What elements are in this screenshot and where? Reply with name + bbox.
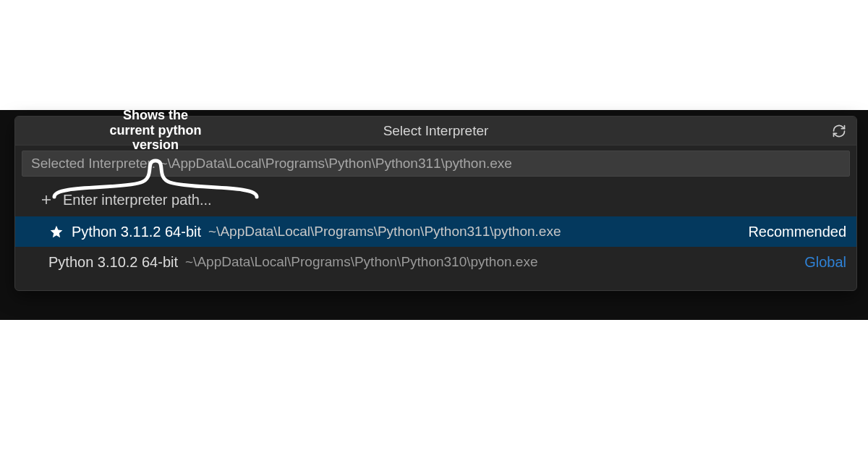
enter-interpreter-path-option[interactable]: Enter interpreter path... (15, 183, 856, 216)
interpreter-name: Python 3.11.2 64-bit (72, 224, 201, 240)
footer-pad (15, 277, 856, 290)
star-icon (48, 224, 64, 240)
refresh-button[interactable] (829, 121, 849, 141)
interpreter-option-0[interactable]: Python 3.11.2 64-bit ~\AppData\Local\Pro… (15, 216, 856, 247)
plus-icon (40, 193, 53, 206)
interpreter-tag: Recommended (748, 224, 846, 240)
palette-header: Select Interpreter (15, 117, 856, 145)
input-row (15, 145, 856, 183)
option-list: Enter interpreter path... Python 3.11.2 … (15, 183, 856, 290)
interpreter-path: ~\AppData\Local\Programs\Python\Python31… (185, 254, 796, 270)
refresh-icon (832, 124, 846, 138)
interpreter-option-1[interactable]: Python 3.10.2 64-bit ~\AppData\Local\Pro… (15, 247, 856, 277)
command-palette: Select Interpreter (14, 116, 857, 291)
enter-path-label: Enter interpreter path... (63, 192, 212, 208)
interpreter-search-input[interactable] (22, 151, 850, 177)
palette-title: Select Interpreter (383, 123, 489, 139)
interpreter-path: ~\AppData\Local\Programs\Python\Python31… (208, 224, 739, 240)
stage: Select Interpreter (0, 0, 868, 456)
interpreter-name: Python 3.10.2 64-bit (48, 254, 178, 271)
interpreter-tag: Global (804, 254, 846, 271)
